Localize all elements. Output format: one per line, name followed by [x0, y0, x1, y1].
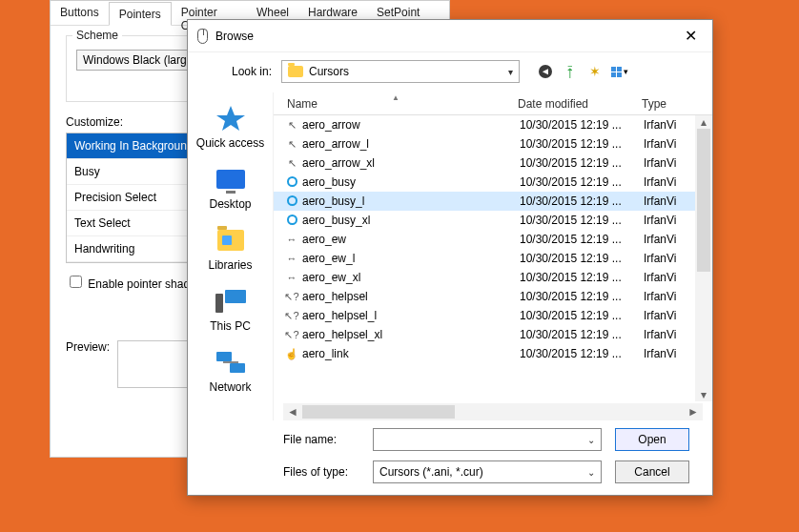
browse-dialog: Browse ✕ Look in: Cursors ▾ ◄ ⭱ ✶ ▾ Quic…	[187, 19, 713, 496]
file-row[interactable]: aero_busy10/30/2015 12:19 ...IrfanVi	[274, 173, 712, 192]
look-in-label: Look in:	[232, 65, 272, 78]
file-icon: ↔	[283, 253, 300, 264]
vertical-scrollbar[interactable]: ▴ ▾	[695, 115, 712, 401]
file-name: aero_ew_l	[300, 252, 520, 265]
file-name-label: File name:	[283, 433, 359, 446]
file-row[interactable]: ↖?aero_helpsel_l10/30/2015 12:19 ...Irfa…	[274, 306, 712, 325]
file-icon: ↖?	[283, 329, 300, 341]
file-name: aero_arrow	[300, 118, 520, 132]
file-row[interactable]: ↖?aero_helpsel10/30/2015 12:19 ...IrfanV…	[274, 287, 712, 306]
file-date: 10/30/2015 12:19 ...	[520, 137, 644, 151]
file-name: aero_link	[300, 347, 520, 360]
file-date: 10/30/2015 12:19 ...	[520, 233, 644, 246]
file-row[interactable]: ↔aero_ew10/30/2015 12:19 ...IrfanVi	[274, 230, 712, 249]
file-row[interactable]: ↖aero_arrow10/30/2015 12:19 ...IrfanVi	[274, 115, 712, 134]
file-name: aero_arrow_xl	[300, 156, 520, 170]
close-button[interactable]: ✕	[679, 27, 703, 45]
files-of-type-value: Cursors (*.ani, *.cur)	[379, 465, 483, 479]
file-name: aero_helpsel_l	[300, 309, 520, 322]
cancel-button[interactable]: Cancel	[615, 460, 689, 483]
file-row[interactable]: ↖aero_arrow_l10/30/2015 12:19 ...IrfanVi	[274, 134, 712, 153]
new-folder-button[interactable]: ✶	[586, 63, 604, 80]
scheme-label: Scheme	[72, 29, 122, 42]
file-icon: ↖?	[283, 291, 300, 303]
place-desktop[interactable]: Desktop	[188, 159, 273, 216]
file-date: 10/30/2015 12:19 ...	[520, 328, 644, 341]
look-in-dropdown[interactable]: Cursors ▾	[281, 60, 520, 83]
scroll-up-icon[interactable]: ▴	[701, 115, 707, 129]
file-row[interactable]: ↔aero_ew_xl10/30/2015 12:19 ...IrfanVi	[274, 268, 712, 287]
file-date: 10/30/2015 12:19 ...	[520, 347, 644, 360]
place-label: Network	[209, 380, 251, 394]
col-date[interactable]: Date modified	[518, 97, 642, 111]
place-label: Desktop	[209, 197, 251, 211]
file-date: 10/30/2015 12:19 ...	[520, 175, 644, 189]
views-button[interactable]: ▾	[611, 63, 628, 80]
preview-label: Preview:	[66, 340, 110, 354]
place-quick[interactable]: Quick access	[188, 98, 273, 155]
horizontal-scrollbar[interactable]: ◄ ►	[283, 403, 703, 420]
files-of-type-dropdown[interactable]: Cursors (*.ani, *.cur) ⌄	[373, 460, 602, 483]
open-button[interactable]: Open	[615, 428, 689, 451]
tab-buttons[interactable]: Buttons	[51, 1, 109, 25]
chevron-down-icon: ▾	[508, 67, 513, 77]
titlebar: Browse ✕	[188, 20, 712, 52]
thispc-icon	[215, 287, 247, 316]
scroll-right-icon[interactable]: ►	[687, 405, 699, 419]
file-icon: ↔	[283, 272, 300, 283]
network-icon	[215, 348, 247, 377]
desktop-icon	[215, 165, 247, 194]
scroll-left-icon[interactable]: ◄	[287, 405, 298, 419]
file-name: aero_ew_xl	[300, 271, 520, 284]
scroll-thumb[interactable]	[302, 405, 455, 419]
file-row[interactable]: ↔aero_ew_l10/30/2015 12:19 ...IrfanVi	[274, 249, 712, 268]
sort-arrow-icon: ▲	[392, 93, 400, 102]
file-icon: ↔	[283, 234, 300, 245]
file-icon: ↖	[283, 119, 300, 132]
scroll-down-icon[interactable]: ▾	[701, 388, 707, 401]
up-one-level-button[interactable]: ⭱	[562, 63, 579, 80]
file-name-input[interactable]: ⌄	[373, 428, 602, 451]
file-date: 10/30/2015 12:19 ...	[520, 252, 644, 265]
file-icon	[283, 215, 300, 227]
tab-pointers[interactable]: Pointers	[109, 2, 172, 26]
file-row[interactable]: aero_busy_l10/30/2015 12:19 ...IrfanVi	[274, 192, 712, 211]
file-row[interactable]: ↖aero_arrow_xl10/30/2015 12:19 ...IrfanV…	[274, 153, 712, 173]
shadow-check-input[interactable]	[70, 276, 82, 288]
file-date: 10/30/2015 12:19 ...	[520, 118, 644, 132]
folder-icon	[288, 66, 303, 77]
file-icon: ↖	[283, 138, 300, 151]
chevron-down-icon: ⌄	[587, 467, 595, 478]
place-thispc[interactable]: This PC	[188, 281, 273, 338]
place-libraries[interactable]: Libraries	[188, 220, 273, 277]
file-name: aero_busy_xl	[300, 214, 520, 227]
back-button[interactable]: ◄	[537, 63, 554, 80]
file-date: 10/30/2015 12:19 ...	[520, 156, 644, 170]
file-date: 10/30/2015 12:19 ...	[520, 214, 644, 227]
look-in-value: Cursors	[309, 65, 349, 78]
chevron-down-icon: ⌄	[587, 435, 595, 445]
vscroll-thumb[interactable]	[697, 129, 710, 272]
places-bar: Quick accessDesktopLibrariesThis PCNetwo…	[188, 92, 274, 420]
file-name: aero_ew	[300, 233, 520, 246]
file-date: 10/30/2015 12:19 ...	[520, 290, 644, 303]
files-of-type-label: Files of type:	[283, 465, 359, 479]
libraries-icon	[215, 226, 247, 255]
file-list[interactable]: ↖aero_arrow10/30/2015 12:19 ...IrfanVi↖a…	[274, 115, 712, 401]
quick-icon	[215, 104, 247, 133]
file-row[interactable]: ☝aero_link10/30/2015 12:19 ...IrfanVi	[274, 344, 712, 363]
column-headers[interactable]: ▲ Name Date modified Type	[274, 92, 712, 115]
file-row[interactable]: ↖?aero_helpsel_xl10/30/2015 12:19 ...Irf…	[274, 325, 712, 344]
file-icon: ↖	[283, 157, 300, 170]
file-name: aero_helpsel	[300, 290, 520, 303]
file-row[interactable]: aero_busy_xl10/30/2015 12:19 ...IrfanVi	[274, 211, 712, 230]
file-date: 10/30/2015 12:19 ...	[520, 309, 644, 322]
mouse-icon	[197, 29, 208, 44]
window-title: Browse	[215, 30, 254, 43]
file-icon	[283, 176, 300, 189]
place-label: Quick access	[196, 136, 264, 150]
place-label: Libraries	[208, 258, 252, 272]
col-type[interactable]: Type	[642, 97, 712, 111]
file-icon: ↖?	[283, 310, 300, 322]
place-network[interactable]: Network	[188, 342, 273, 399]
